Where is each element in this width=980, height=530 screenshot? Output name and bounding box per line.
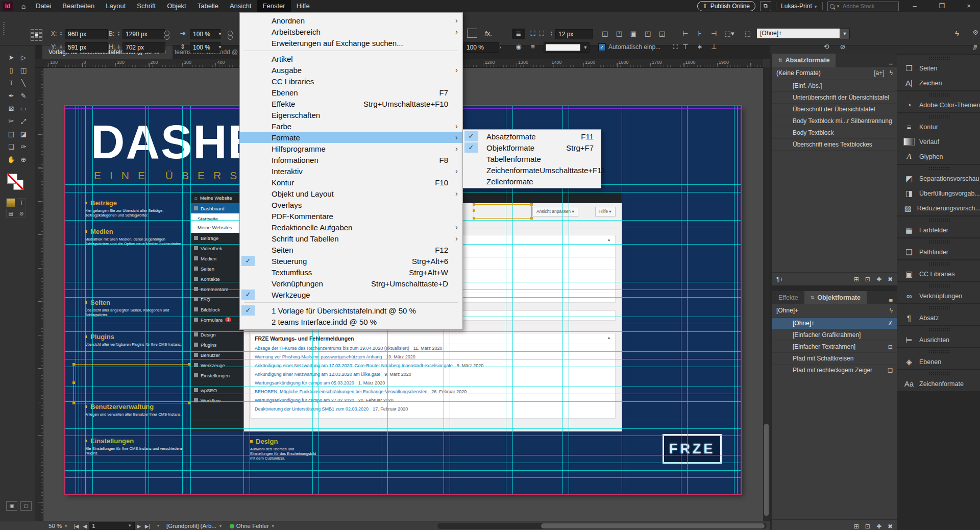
object-style-ohne[interactable]: [Ohne]+✗ — [772, 318, 897, 329]
wp-feed-row[interactable]: Deaktivierung der Unterstützung SMB1 zum… — [251, 405, 615, 414]
menu-item-effekte[interactable]: EffekteStrg+Umschalttaste+F10 — [240, 98, 462, 109]
panel-footer-icon[interactable]: ✚ — [876, 276, 881, 283]
submenu-item-objektformate[interactable]: ✓ObjektformateStrg+F7 — [463, 142, 601, 153]
panel-footer-icon[interactable]: ✖ — [888, 276, 893, 283]
menu-item-formate[interactable]: Formate› — [240, 132, 462, 143]
style-source-icon[interactable]: ¶+ — [776, 276, 783, 283]
dock-panel-farbfelder[interactable]: ▦Farbfelder — [897, 223, 980, 237]
apply-gradient-button[interactable]: ▤ — [6, 209, 15, 218]
prev-page-button[interactable]: ◀ — [81, 523, 89, 529]
scale-x-field[interactable]: 100 % — [190, 29, 220, 39]
note-tool[interactable]: ❏ — [5, 140, 17, 153]
drag-dots[interactable] — [928, 328, 950, 331]
control-panel-menu-icon[interactable]: ≡ — [971, 42, 980, 52]
drag-dots[interactable] — [928, 56, 950, 60]
dock-panel-überfüllungsvorgab[interactable]: ◨Überfüllungsvorgab... — [897, 186, 980, 201]
close-button[interactable]: × — [958, 0, 980, 12]
menu-item-cc-libraries[interactable]: CC Libraries — [240, 76, 462, 87]
zoom-level-dropdown[interactable]: 50 %▼ — [45, 523, 71, 529]
paragraph-style-überschrift-eines-textblockes[interactable]: Überschrift eines Textblockes — [772, 139, 897, 151]
wp-feed-row[interactable]: Ankündigung einer Netzwartung am 17.03.2… — [251, 362, 615, 370]
corner-radius-stepper[interactable]: ▲▼ — [549, 29, 554, 38]
menubar-item-objekt[interactable]: Objekt — [161, 0, 192, 12]
paragraph-style-unterüberschrift-der-übersichtstafel[interactable]: Unterüberschrift der Übersichtstafel — [772, 92, 897, 104]
menu-item-2-teams-interface-indd-50[interactable]: 2 teams Interface.indd @ 50 % — [240, 316, 462, 327]
wp-feed-row[interactable]: Ankündigung einer Netzwartung am 12.03.2… — [251, 370, 615, 379]
wp-feed-row[interactable]: Absage der IT-Kurse des Rechenzentrums b… — [251, 344, 615, 353]
paragraph-style-überschrift-der-übersichtstafel[interactable]: Überschrift der Übersichtstafel — [772, 104, 897, 115]
gradient-feather-tool[interactable]: ◪ — [17, 128, 30, 140]
menu-item-1-vorlage-für-übersichtstafeln-indt-50[interactable]: ✓1 Vorlage für Übersichtstafeln.indt @ 5… — [240, 305, 462, 316]
gradient-swatch-tool[interactable]: ▤ — [5, 128, 17, 140]
dock-panel-verlauf[interactable]: Verlauf — [897, 134, 980, 149]
menubar-item-tabelle[interactable]: Tabelle — [192, 0, 224, 12]
menu-item-artikel[interactable]: Artikel — [240, 53, 462, 64]
drag-dots[interactable] — [928, 284, 950, 287]
object-states-icon[interactable]: ⬚ — [741, 29, 754, 39]
style-override-icon[interactable]: [a+] — [874, 67, 884, 80]
wp-menu-item-wpseo[interactable]: wpSEO — [190, 385, 244, 395]
frze-logo[interactable]: FRZE — [663, 434, 722, 464]
menubar-item-layout[interactable]: Layout — [100, 0, 131, 12]
feed-link[interactable]: BEHOBEN: Mögliche Funktionseinschränkung… — [255, 389, 427, 394]
object-style-einfacher-textrahmen[interactable]: [Einfacher Textrahmen]⊡ — [772, 341, 897, 353]
effects-fx-button[interactable]: fx. — [482, 29, 495, 39]
wp-menu-item-design[interactable]: Design — [190, 329, 244, 340]
dock-panel-ebenen[interactable]: ◈Ebenen — [897, 354, 980, 369]
menu-item-werkzeuge[interactable]: ✓Werkzeuge — [240, 289, 462, 300]
align-center-button[interactable]: ⊦ — [693, 29, 706, 39]
drag-dots[interactable] — [928, 350, 950, 353]
wp-feed-row[interactable]: BEHOBEN: Mögliche Funktionseinschränkung… — [251, 388, 615, 396]
x-field[interactable]: 960 px — [65, 29, 108, 39]
stock-search[interactable]: ▼ — [827, 2, 899, 11]
selected-frame-outline[interactable] — [74, 364, 189, 403]
align-right-button[interactable]: ⊣ — [707, 29, 721, 39]
wp-menu-item-plugins[interactable]: Plugins — [190, 340, 244, 350]
direct-selection-tool[interactable]: ▷ — [17, 51, 30, 64]
pencil-tool[interactable]: ✎ — [17, 89, 30, 102]
feed-link[interactable]: Warnung vor Phishing-Mails mit passwortg… — [255, 354, 382, 359]
paragraph-style-body-textblock-mi-r-silbentrennung[interactable]: Body Textblock mi...r Silbentrennung — [772, 115, 897, 127]
indesign-logo-icon[interactable]: Id — [3, 2, 13, 11]
collapse-icon[interactable]: ▲ — [607, 335, 611, 342]
dock-panel-cc-libraries[interactable]: ▣CC Libraries — [897, 267, 980, 281]
corner-options-icon[interactable]: ⛶ — [537, 29, 546, 39]
align-top-button[interactable]: ⊤ — [679, 42, 692, 52]
type-tool[interactable]: T — [5, 77, 17, 89]
wrap-jump-button[interactable]: ≡ — [526, 42, 540, 52]
feed-link[interactable]: Wartungsankündigung für campo am 27.02.2… — [255, 398, 354, 403]
feed-link[interactable]: Wartungsankündigung für campo am 05.03.2… — [255, 380, 354, 386]
panel-menu-icon[interactable]: ≡ — [889, 297, 897, 304]
tab-effekte[interactable]: Effekte — [772, 291, 804, 304]
wp-menu-item-bildblock[interactable]: Bildblock — [190, 304, 244, 315]
drag-dots[interactable] — [928, 93, 950, 97]
wp-help-button[interactable]: Hilfe ▾ — [595, 207, 616, 216]
menu-item-schrift-und-tabellen[interactable]: Schrift und Tabellen› — [240, 233, 462, 244]
menu-item-verknüpfungen[interactable]: VerknüpfungenStrg+Umschalttaste+D — [240, 278, 462, 289]
quick-apply-icon[interactable]: ϟ — [890, 304, 893, 317]
menu-item-informationen[interactable]: InformationenF8 — [240, 154, 462, 165]
dock-panel-zeichen[interactable]: A|Zeichen — [897, 76, 980, 90]
dock-panel-separationsvorschau[interactable]: ◩Separationsvorschau — [897, 171, 980, 186]
menu-item-ebenen[interactable]: EbenenF7 — [240, 87, 462, 98]
home-icon[interactable]: ⌂ — [17, 2, 30, 10]
free-transform-tool[interactable]: ⤢ — [17, 115, 30, 128]
fit-frame-button[interactable]: ◳ — [612, 29, 626, 39]
wp-menu-item-meine-websites[interactable]: Meine Websites — [190, 223, 244, 232]
ruler-corner[interactable] — [35, 59, 43, 68]
workspace-switcher[interactable]: Lukas-Print ▼ — [781, 3, 818, 10]
gear-icon[interactable]: ⚙ — [971, 28, 980, 38]
wp-screen-options-button[interactable]: Ansicht anpassen ▾ — [532, 207, 578, 216]
last-page-button[interactable]: ▶| — [143, 523, 152, 529]
wp-menu-item-kommentare[interactable]: Kommentare — [190, 284, 244, 294]
object-style-field[interactable]: [Ohne]+ — [757, 29, 845, 38]
hand-tool[interactable]: ✋ — [5, 153, 17, 166]
align-left-button[interactable]: ⊢ — [679, 29, 692, 39]
first-page-button[interactable]: |◀ — [71, 523, 81, 529]
eyedropper-tool[interactable]: ✑ — [17, 140, 30, 153]
menu-item-arbeitsbereich[interactable]: Arbeitsbereich› — [240, 26, 462, 37]
wp-menu-item-startseite[interactable]: Startseite — [190, 214, 244, 223]
menubar-item-schrift[interactable]: Schrift — [131, 0, 161, 12]
menubar-item-hilfe[interactable]: Hilfe — [291, 0, 315, 12]
dock-panel-glyphen[interactable]: AGlyphen — [897, 149, 980, 164]
